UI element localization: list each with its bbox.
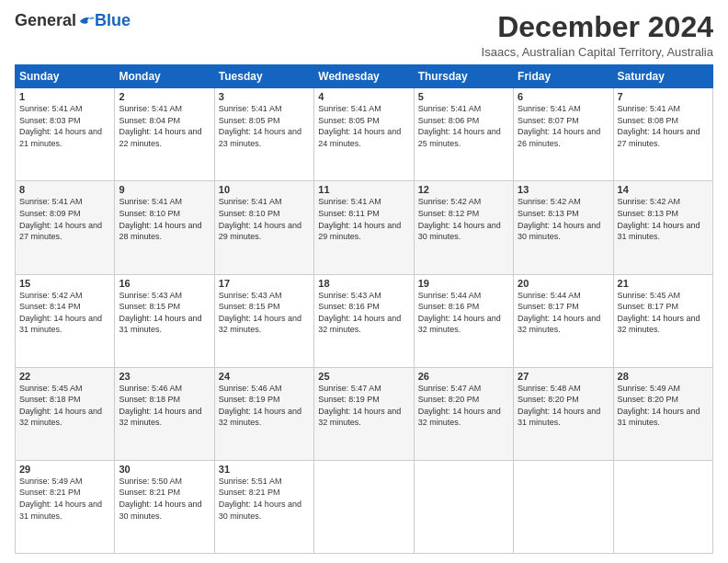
- day-info: Sunrise: 5:41 AMSunset: 8:10 PMDaylight:…: [219, 196, 310, 242]
- calendar-cell: 21Sunrise: 5:45 AMSunset: 8:17 PMDayligh…: [613, 274, 712, 367]
- calendar-cell: [514, 460, 613, 553]
- header: General Blue December 2024 Isaacs, Austr…: [15, 11, 713, 59]
- calendar-header-saturday: Saturday: [613, 65, 712, 88]
- calendar-cell: 20Sunrise: 5:44 AMSunset: 8:17 PMDayligh…: [514, 274, 613, 367]
- day-info: Sunrise: 5:43 AMSunset: 8:15 PMDaylight:…: [219, 290, 310, 336]
- calendar-header-thursday: Thursday: [414, 65, 513, 88]
- calendar-cell: [314, 460, 414, 553]
- logo-blue: Blue: [95, 11, 131, 30]
- calendar-header-sunday: Sunday: [16, 65, 115, 88]
- day-number: 23: [119, 371, 210, 382]
- day-number: 3: [219, 91, 310, 102]
- day-info: Sunrise: 5:49 AMSunset: 8:20 PMDaylight:…: [618, 383, 709, 429]
- day-number: 18: [318, 278, 409, 289]
- day-number: 8: [19, 184, 110, 195]
- day-info: Sunrise: 5:46 AMSunset: 8:19 PMDaylight:…: [219, 383, 310, 429]
- day-number: 10: [219, 184, 310, 195]
- day-number: 6: [518, 91, 609, 102]
- day-number: 16: [119, 278, 210, 289]
- calendar-header-monday: Monday: [115, 65, 214, 88]
- day-info: Sunrise: 5:41 AMSunset: 8:04 PMDaylight:…: [119, 103, 210, 149]
- day-info: Sunrise: 5:49 AMSunset: 8:21 PMDaylight:…: [19, 476, 110, 522]
- day-info: Sunrise: 5:42 AMSunset: 8:12 PMDaylight:…: [418, 196, 509, 242]
- day-number: 12: [418, 184, 509, 195]
- day-info: Sunrise: 5:45 AMSunset: 8:18 PMDaylight:…: [19, 383, 110, 429]
- day-info: Sunrise: 5:47 AMSunset: 8:20 PMDaylight:…: [418, 383, 509, 429]
- day-info: Sunrise: 5:48 AMSunset: 8:20 PMDaylight:…: [518, 383, 609, 429]
- day-number: 27: [518, 371, 609, 382]
- calendar-cell: 24Sunrise: 5:46 AMSunset: 8:19 PMDayligh…: [214, 367, 313, 460]
- calendar-cell: [414, 460, 513, 553]
- calendar-header-wednesday: Wednesday: [314, 65, 414, 88]
- logo-general: General: [15, 11, 76, 30]
- calendar-cell: 1Sunrise: 5:41 AMSunset: 8:03 PMDaylight…: [16, 88, 115, 181]
- day-info: Sunrise: 5:45 AMSunset: 8:17 PMDaylight:…: [618, 290, 709, 336]
- subtitle: Isaacs, Australian Capital Territory, Au…: [482, 45, 713, 59]
- day-info: Sunrise: 5:51 AMSunset: 8:21 PMDaylight:…: [219, 476, 310, 522]
- day-number: 14: [618, 184, 709, 195]
- title-block: December 2024 Isaacs, Australian Capital…: [482, 11, 713, 59]
- calendar-cell: 14Sunrise: 5:42 AMSunset: 8:13 PMDayligh…: [613, 181, 712, 274]
- day-info: Sunrise: 5:41 AMSunset: 8:10 PMDaylight:…: [119, 196, 210, 242]
- calendar-cell: 23Sunrise: 5:46 AMSunset: 8:18 PMDayligh…: [115, 367, 214, 460]
- calendar-cell: 12Sunrise: 5:42 AMSunset: 8:12 PMDayligh…: [414, 181, 513, 274]
- day-info: Sunrise: 5:43 AMSunset: 8:15 PMDaylight:…: [119, 290, 210, 336]
- calendar-cell: 29Sunrise: 5:49 AMSunset: 8:21 PMDayligh…: [16, 460, 115, 553]
- calendar-cell: 16Sunrise: 5:43 AMSunset: 8:15 PMDayligh…: [115, 274, 214, 367]
- day-number: 24: [219, 371, 310, 382]
- day-number: 5: [418, 91, 509, 102]
- day-info: Sunrise: 5:42 AMSunset: 8:13 PMDaylight:…: [518, 196, 609, 242]
- day-info: Sunrise: 5:41 AMSunset: 8:05 PMDaylight:…: [219, 103, 310, 149]
- logo-text: General Blue: [15, 11, 131, 30]
- day-info: Sunrise: 5:44 AMSunset: 8:16 PMDaylight:…: [418, 290, 509, 336]
- day-number: 7: [618, 91, 709, 102]
- calendar-cell: 15Sunrise: 5:42 AMSunset: 8:14 PMDayligh…: [16, 274, 115, 367]
- calendar-week-2: 8Sunrise: 5:41 AMSunset: 8:09 PMDaylight…: [16, 181, 713, 274]
- day-number: 2: [119, 91, 210, 102]
- day-info: Sunrise: 5:44 AMSunset: 8:17 PMDaylight:…: [518, 290, 609, 336]
- calendar-cell: 13Sunrise: 5:42 AMSunset: 8:13 PMDayligh…: [514, 181, 613, 274]
- day-info: Sunrise: 5:41 AMSunset: 8:11 PMDaylight:…: [318, 196, 409, 242]
- day-number: 17: [219, 278, 310, 289]
- calendar-cell: 22Sunrise: 5:45 AMSunset: 8:18 PMDayligh…: [16, 367, 115, 460]
- calendar-cell: 18Sunrise: 5:43 AMSunset: 8:16 PMDayligh…: [314, 274, 414, 367]
- day-info: Sunrise: 5:41 AMSunset: 8:09 PMDaylight:…: [19, 196, 110, 242]
- calendar-cell: 9Sunrise: 5:41 AMSunset: 8:10 PMDaylight…: [115, 181, 214, 274]
- day-number: 22: [19, 371, 110, 382]
- calendar-week-4: 22Sunrise: 5:45 AMSunset: 8:18 PMDayligh…: [16, 367, 713, 460]
- day-info: Sunrise: 5:47 AMSunset: 8:19 PMDaylight:…: [318, 383, 409, 429]
- day-number: 1: [19, 91, 110, 102]
- calendar-cell: 7Sunrise: 5:41 AMSunset: 8:08 PMDaylight…: [613, 88, 712, 181]
- day-number: 28: [618, 371, 709, 382]
- day-number: 26: [418, 371, 509, 382]
- day-number: 11: [318, 184, 409, 195]
- day-number: 25: [318, 371, 409, 382]
- calendar-cell: 11Sunrise: 5:41 AMSunset: 8:11 PMDayligh…: [314, 181, 414, 274]
- day-number: 15: [19, 278, 110, 289]
- main-title: December 2024: [482, 11, 713, 43]
- calendar-cell: 31Sunrise: 5:51 AMSunset: 8:21 PMDayligh…: [214, 460, 313, 553]
- calendar: SundayMondayTuesdayWednesdayThursdayFrid…: [15, 64, 713, 554]
- day-info: Sunrise: 5:50 AMSunset: 8:21 PMDaylight:…: [119, 476, 210, 522]
- calendar-cell: 2Sunrise: 5:41 AMSunset: 8:04 PMDaylight…: [115, 88, 214, 181]
- calendar-week-1: 1Sunrise: 5:41 AMSunset: 8:03 PMDaylight…: [16, 88, 713, 181]
- calendar-cell: 5Sunrise: 5:41 AMSunset: 8:06 PMDaylight…: [414, 88, 513, 181]
- calendar-cell: [613, 460, 712, 553]
- calendar-cell: 4Sunrise: 5:41 AMSunset: 8:05 PMDaylight…: [314, 88, 414, 181]
- day-info: Sunrise: 5:41 AMSunset: 8:03 PMDaylight:…: [19, 103, 110, 149]
- calendar-cell: 30Sunrise: 5:50 AMSunset: 8:21 PMDayligh…: [115, 460, 214, 553]
- page: General Blue December 2024 Isaacs, Austr…: [0, 0, 728, 563]
- day-info: Sunrise: 5:41 AMSunset: 8:08 PMDaylight:…: [618, 103, 709, 149]
- calendar-cell: 28Sunrise: 5:49 AMSunset: 8:20 PMDayligh…: [613, 367, 712, 460]
- day-number: 29: [19, 464, 110, 475]
- calendar-week-5: 29Sunrise: 5:49 AMSunset: 8:21 PMDayligh…: [16, 460, 713, 553]
- day-number: 21: [618, 278, 709, 289]
- calendar-cell: 6Sunrise: 5:41 AMSunset: 8:07 PMDaylight…: [514, 88, 613, 181]
- day-number: 20: [518, 278, 609, 289]
- calendar-header-tuesday: Tuesday: [214, 65, 313, 88]
- day-info: Sunrise: 5:41 AMSunset: 8:06 PMDaylight:…: [418, 103, 509, 149]
- calendar-cell: 3Sunrise: 5:41 AMSunset: 8:05 PMDaylight…: [214, 88, 313, 181]
- day-info: Sunrise: 5:42 AMSunset: 8:14 PMDaylight:…: [19, 290, 110, 336]
- logo: General Blue: [15, 11, 131, 30]
- day-info: Sunrise: 5:41 AMSunset: 8:07 PMDaylight:…: [518, 103, 609, 149]
